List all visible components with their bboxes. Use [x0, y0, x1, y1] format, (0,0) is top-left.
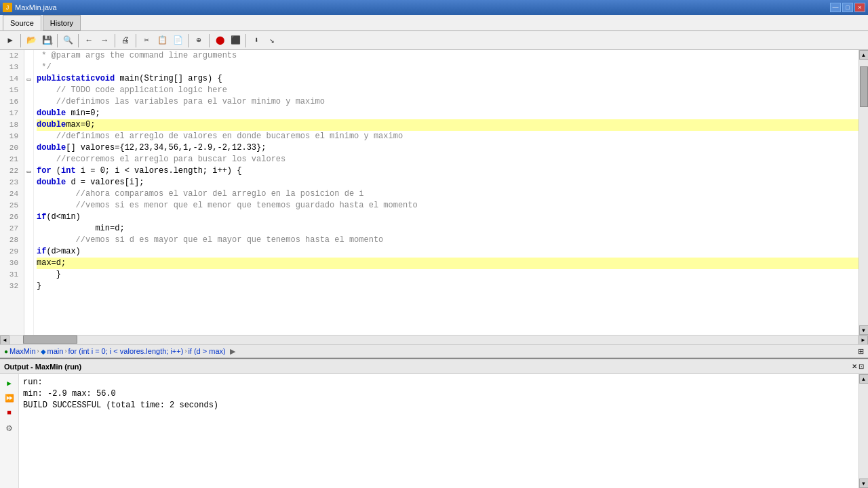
stop-output-button[interactable]: ■	[3, 407, 16, 419]
open-icon[interactable]: 📂	[24, 33, 39, 48]
line-number: 23	[0, 177, 21, 188]
output-body: ▶ ⏩ ■ ⚙ run:min: -2.9 max: 56.0BUILD SUC…	[0, 374, 868, 488]
gutter-cell	[24, 131, 33, 142]
sep2	[57, 34, 58, 47]
line-number: 26	[0, 211, 21, 223]
code-line: //vemos si es menor que el menor que ten…	[37, 200, 859, 211]
output-text: run:min: -2.9 max: 56.0BUILD SUCCESSFUL …	[19, 374, 859, 488]
editor-scrollbar[interactable]: ▲ ▼	[859, 50, 868, 335]
sep6	[188, 34, 189, 47]
step-button[interactable]: ⏩	[3, 392, 16, 404]
line-number: 21	[0, 154, 21, 165]
gutter-cell[interactable]: ▭	[24, 73, 33, 85]
close-button[interactable]: ×	[854, 3, 865, 12]
run-button[interactable]: ▶	[3, 377, 16, 389]
sep3	[78, 34, 79, 47]
bc-arrow2: ›	[64, 348, 66, 354]
paste-icon[interactable]: 📄	[170, 33, 185, 48]
debug-step-over[interactable]: ⬇	[249, 33, 264, 48]
code-line: }	[37, 281, 859, 292]
output-scrollbar[interactable]: ▲ ▼	[859, 374, 868, 488]
stop-icon[interactable]: ⬛	[228, 33, 243, 48]
save-icon[interactable]: 💾▼	[39, 33, 54, 48]
line-number: 22	[0, 165, 21, 177]
forward-icon[interactable]: →	[97, 33, 112, 48]
output-scroll-track[interactable]	[859, 384, 868, 479]
hscroll-thumb[interactable]	[23, 336, 77, 344]
scroll-down-button[interactable]: ▼	[859, 325, 869, 335]
sep4	[115, 34, 115, 47]
line-number: 16	[0, 96, 21, 108]
line-number: 27	[0, 223, 21, 235]
print-icon[interactable]: 🖨	[118, 33, 133, 48]
run-icon[interactable]: ▶	[3, 33, 18, 48]
sep5	[136, 34, 136, 47]
code-line: }	[37, 269, 859, 281]
bc-arrow3: ›	[184, 348, 186, 354]
output-scroll-down[interactable]: ▼	[859, 479, 869, 488]
line-numbers: 1213141516171819202122232425262728293031…	[0, 50, 24, 335]
breakpoint-icon[interactable]: ⬤	[212, 33, 227, 48]
output-scroll-up[interactable]: ▲	[859, 374, 869, 384]
line-number: 13	[0, 62, 21, 73]
gutter-cell	[24, 96, 33, 108]
code-line: //recorremos el arreglo para buscar los …	[37, 154, 859, 165]
debug-step-in[interactable]: ↘	[264, 33, 279, 48]
gutter-cell	[24, 281, 33, 292]
line-number: 15	[0, 85, 21, 96]
hscroll-track[interactable]	[9, 336, 859, 344]
maximize-button[interactable]: □	[842, 3, 853, 12]
tab-source[interactable]: Source	[3, 15, 41, 30]
settings-output-button[interactable]: ⚙	[3, 422, 16, 434]
bc-nav2: if (d > max)	[188, 347, 225, 355]
code-line: //definimos las variables para el valor …	[37, 96, 859, 108]
code-line: for (int i = 0; i < valores.length; i++)…	[37, 165, 859, 177]
scroll-thumb[interactable]	[860, 66, 868, 107]
gutter-cell	[24, 50, 33, 62]
code-line: double max=0;	[37, 119, 859, 131]
gutter-cell	[24, 154, 33, 165]
scroll-track[interactable]	[859, 60, 868, 325]
line-number: 31	[0, 269, 21, 281]
tab-history[interactable]: History	[43, 15, 81, 30]
line-number: 19	[0, 131, 21, 142]
gutter-cell	[24, 108, 33, 119]
gutter-cell	[24, 85, 33, 96]
line-number: 17	[0, 108, 21, 119]
bc-nav2-link[interactable]: if (d > max)	[188, 347, 225, 355]
sep7	[209, 34, 210, 47]
back-icon[interactable]: ←	[81, 33, 96, 48]
copy-icon[interactable]: 📋	[155, 33, 170, 48]
bc-expand[interactable]: ▶	[230, 347, 235, 356]
output-close-button[interactable]: ✕	[852, 363, 857, 370]
bc-class-link[interactable]: MaxMin	[9, 347, 36, 355]
hscroll-right[interactable]: ▶	[859, 336, 868, 345]
title-buttons: — □ ×	[830, 3, 865, 12]
gutter-cell[interactable]: ▭	[24, 165, 33, 177]
line-number: 29	[0, 246, 21, 258]
cut-icon[interactable]: ✂	[139, 33, 154, 48]
minimize-button[interactable]: —	[830, 3, 841, 12]
scroll-up-button[interactable]: ▲	[859, 50, 869, 60]
zoom-icon[interactable]: ⊕	[191, 33, 206, 48]
hscroll-left[interactable]: ◀	[0, 336, 9, 345]
gutter-cell	[24, 211, 33, 223]
code-line: if(d>max)	[37, 246, 859, 258]
gutter-cell	[24, 223, 33, 235]
bc-nav1-link[interactable]: for (int i = 0; i < valores.length; i++)	[68, 347, 183, 355]
code-area[interactable]: * @param args the command line arguments…	[34, 50, 859, 335]
gutter-cell	[24, 119, 33, 131]
title-bar: J MaxMin.java — □ ×	[0, 0, 868, 15]
method-icon: ◆	[41, 348, 46, 355]
bc-end-icon[interactable]: ⊞	[854, 347, 864, 356]
output-line: BUILD SUCCESSFUL (total time: 2 seconds)	[23, 400, 854, 411]
horizontal-scrollbar[interactable]: ◀ ▶	[0, 335, 868, 344]
bc-method-link[interactable]: main	[47, 347, 64, 355]
search-icon[interactable]: 🔍	[60, 33, 75, 48]
output-title: Output - MaxMin (run)	[4, 363, 849, 371]
code-line: //vemos si d es mayor que el mayor que t…	[37, 235, 859, 246]
line-number: 24	[0, 188, 21, 200]
output-maximize-button[interactable]: ⊡	[859, 363, 864, 370]
line-number: 18	[0, 119, 21, 131]
gutter-cell	[24, 235, 33, 246]
